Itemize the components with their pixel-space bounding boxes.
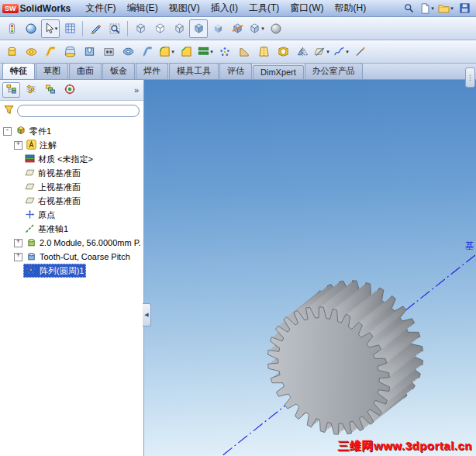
menu-insert[interactable]: 插入(I): [205, 0, 243, 16]
dropdown-arrow-icon[interactable]: ▾: [261, 26, 264, 32]
tab-evaluate[interactable]: 评估: [219, 63, 252, 79]
dimxpertmanager-tab[interactable]: [60, 82, 78, 98]
annotations-icon: [26, 140, 36, 151]
open-document-button[interactable]: ▾: [436, 0, 455, 18]
view-orientation-button[interactable]: ▾: [247, 19, 266, 38]
fillet-button[interactable]: ▾: [157, 43, 176, 61]
tree-item-right-plane[interactable]: 右视基准面: [0, 194, 143, 208]
revolved-boss-button[interactable]: [22, 43, 40, 61]
extruded-cut-button[interactable]: [80, 43, 98, 61]
expand-toggle-icon[interactable]: +: [14, 253, 22, 261]
tab-mold-tools[interactable]: 模具工具: [169, 63, 219, 79]
apply-scene-button[interactable]: [267, 19, 285, 38]
propertymanager-tab[interactable]: [22, 82, 40, 98]
save-document-button[interactable]: [455, 0, 474, 18]
instant3d-icon: [355, 46, 367, 57]
tree-item-material[interactable]: 材质 <未指定>: [0, 152, 143, 166]
zoom-fit-icon: [109, 23, 120, 34]
tree-item-gear-feature[interactable]: + 2.0 Module, 56.0000mm P.: [0, 236, 143, 250]
tab-sketch[interactable]: 草图: [36, 63, 68, 79]
zoom-to-fit-button[interactable]: [105, 19, 124, 38]
dx-icon: [64, 84, 75, 97]
view-hidden-lines-removed-button[interactable]: [170, 19, 188, 38]
expand-toggle-icon[interactable]: +: [14, 239, 22, 247]
reference-geometry-button[interactable]: ▾: [312, 43, 331, 61]
circular-pattern-button[interactable]: [216, 43, 234, 61]
tree-item-part[interactable]: - 零件1: [0, 124, 143, 138]
rib-button[interactable]: [235, 43, 254, 61]
dropdown-arrow-icon[interactable]: ▾: [450, 5, 454, 12]
tab-features[interactable]: 特征: [2, 63, 35, 79]
viewport-corner-widget[interactable]: ⋮: [465, 67, 475, 88]
solidworks-search-button[interactable]: [399, 0, 418, 18]
dropdown-arrow-icon[interactable]: ▾: [210, 49, 213, 55]
expand-toggle-icon[interactable]: +: [14, 141, 22, 150]
tree-item-annotations[interactable]: + 注解: [0, 138, 143, 152]
panel-collapse-button[interactable]: ◀: [143, 303, 151, 326]
extruded-boss-button[interactable]: [2, 43, 21, 61]
new-document-button[interactable]: ▾: [418, 0, 436, 18]
configurationmanager-tab[interactable]: [41, 82, 59, 98]
circular-pattern-icon: [26, 264, 36, 277]
sketch-button[interactable]: [86, 19, 105, 38]
watermark-text: 三维网www.3dportal.cn: [338, 439, 472, 454]
instant3d-button[interactable]: [351, 43, 370, 61]
menu-window[interactable]: 窗口(W): [285, 0, 329, 16]
chamfer-button[interactable]: [177, 43, 195, 61]
view-wireframe-button[interactable]: [131, 19, 150, 38]
hole-wizard-button[interactable]: [99, 43, 118, 61]
linear-pattern-button[interactable]: ▾: [196, 43, 215, 61]
tab-office-products[interactable]: 办公室产品: [305, 63, 363, 79]
grid-system-button[interactable]: [60, 19, 79, 38]
revolved-cut-button[interactable]: [119, 43, 137, 61]
menu-edit[interactable]: 编辑(E): [122, 0, 164, 16]
mirror-button[interactable]: [293, 43, 312, 61]
chamfer-icon: [181, 46, 192, 57]
graphics-area[interactable]: 基 三维网www.3dportal.cn: [144, 80, 476, 456]
swept-boss-button[interactable]: [41, 43, 60, 61]
panel-overflow-chevron[interactable]: »: [134, 85, 141, 95]
tree-item-axis1[interactable]: 基准轴1: [0, 222, 143, 236]
view-hidden-lines-visible-button[interactable]: [150, 19, 169, 38]
tab-weldments[interactable]: 焊件: [136, 63, 168, 79]
tree-item-label: 注解: [40, 140, 57, 151]
view-shaded-button[interactable]: [209, 19, 227, 38]
lofted-boss-button[interactable]: [60, 43, 79, 61]
section-view-button[interactable]: [228, 19, 247, 38]
shell-button[interactable]: [274, 43, 292, 61]
tab-dimxpert[interactable]: DimXpert: [253, 65, 304, 79]
menu-help[interactable]: 帮助(H): [329, 0, 372, 16]
curves-icon: [333, 46, 345, 57]
tree-item-tooth-cut[interactable]: + Tooth-Cut, Coarse Pitch: [0, 250, 143, 264]
tree-item-top-plane[interactable]: 上视基准面: [0, 180, 143, 194]
tab-surfaces[interactable]: 曲面: [69, 63, 102, 79]
model-view[interactable]: [144, 80, 475, 456]
expand-toggle-icon[interactable]: -: [3, 127, 12, 136]
dropdown-arrow-icon[interactable]: ▾: [326, 49, 329, 55]
view-shaded-with-edges-button[interactable]: [189, 19, 208, 38]
menu-view[interactable]: 视图(V): [164, 0, 205, 16]
rebuild-button[interactable]: [2, 19, 21, 38]
dropdown-arrow-icon[interactable]: ▾: [346, 49, 349, 55]
menu-tools[interactable]: 工具(T): [243, 0, 285, 16]
dropdown-arrow-icon[interactable]: ▾: [55, 26, 58, 32]
tab-sheet-metal[interactable]: 钣金: [102, 63, 135, 79]
curves-button[interactable]: ▾: [332, 43, 350, 61]
tree-item-origin[interactable]: 原点: [0, 208, 143, 222]
swept-cut-button[interactable]: [138, 43, 157, 61]
featuremanager-tab[interactable]: [2, 82, 20, 98]
extrude-boss-icon: [6, 46, 18, 57]
tooth-cut-icon: [26, 251, 36, 263]
dropdown-arrow-icon[interactable]: ▾: [171, 49, 174, 55]
edit-appearance-button[interactable]: [22, 19, 40, 38]
tree-item-front-plane[interactable]: 前视基准面: [0, 166, 143, 180]
dropdown-arrow-icon[interactable]: ▾: [431, 5, 434, 12]
features-toolbar: ▾▾▾▾: [0, 40, 476, 64]
select-button[interactable]: ▾: [41, 19, 60, 38]
draft-button[interactable]: [254, 43, 273, 61]
revolve-boss-icon: [26, 46, 37, 57]
pm-icon: [26, 84, 36, 97]
tree-filter-input[interactable]: [17, 105, 140, 117]
menu-file[interactable]: 文件(F): [80, 0, 121, 16]
tree-item-circular-pattern[interactable]: 阵列(圆周)1: [0, 264, 143, 278]
